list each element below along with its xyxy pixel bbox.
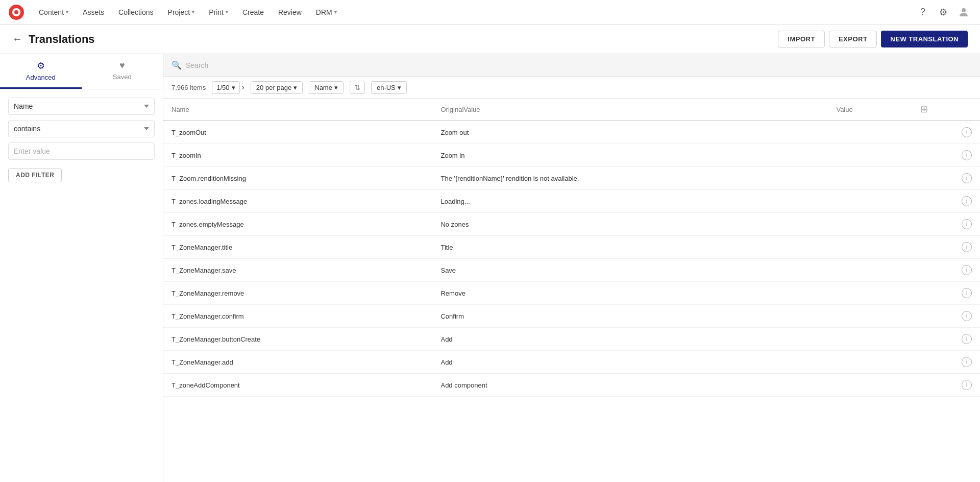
info-icon[interactable]: i: [962, 357, 972, 367]
search-input[interactable]: [186, 61, 972, 69]
sort-dropdown[interactable]: Name ▾: [309, 81, 344, 94]
filter-operator-select[interactable]: contains equals starts with ends with: [8, 120, 155, 137]
settings-icon-button[interactable]: ⚙: [935, 4, 951, 20]
table-row[interactable]: T_ZoneManager.save Save i: [163, 259, 980, 282]
search-icon: 🔍: [172, 60, 182, 70]
filter-value-input[interactable]: [8, 142, 155, 160]
locale-dropdown[interactable]: en-US ▾: [371, 81, 407, 94]
cell-name: T_ZoneManager.confirm: [163, 305, 432, 328]
nav-drm[interactable]: DRM ▾: [310, 4, 343, 20]
cell-name: T_ZoneManager.remove: [163, 282, 432, 305]
filter-field-row: Name OriginalValue Value: [8, 98, 155, 115]
content-area: 🔍 7,966 items 1/50 ▾ › 20 per page ▾ Nam…: [163, 54, 980, 482]
cell-info: i: [912, 374, 980, 397]
page-header-right: IMPORT EXPORT NEW TRANSLATION: [778, 31, 968, 47]
table-row[interactable]: T_Zoom.renditionMissing The '{renditionN…: [163, 167, 980, 190]
cell-value: [828, 190, 912, 213]
cell-original: No zones: [432, 213, 828, 236]
table-row[interactable]: T_zoomIn Zoom in i: [163, 144, 980, 167]
top-nav: Content ▾ Assets Collections Project ▾ P…: [0, 0, 980, 25]
tab-advanced-label: Advanced: [26, 74, 56, 81]
next-page-button[interactable]: ›: [242, 83, 244, 92]
tab-saved[interactable]: ♥ Saved: [82, 54, 163, 89]
cell-value: [828, 236, 912, 259]
import-button[interactable]: IMPORT: [778, 31, 825, 47]
info-icon[interactable]: i: [962, 173, 972, 183]
sidebar-content: Name OriginalValue Value contains equals…: [0, 89, 163, 190]
user-avatar[interactable]: [955, 4, 972, 20]
columns-icon[interactable]: ⊞: [920, 104, 928, 114]
cell-value: [828, 328, 912, 351]
tab-advanced[interactable]: ⚙ Advanced: [0, 54, 82, 89]
info-icon[interactable]: i: [962, 380, 972, 390]
nav-assets[interactable]: Assets: [77, 4, 110, 20]
info-icon[interactable]: i: [962, 334, 972, 344]
table-row[interactable]: T_ZoneManager.add Add i: [163, 351, 980, 374]
info-icon[interactable]: i: [962, 150, 972, 160]
cell-original: Add component: [432, 374, 828, 397]
heart-icon: ♥: [119, 60, 125, 71]
chevron-down-icon: ▾: [192, 9, 194, 15]
table-row[interactable]: T_ZoneManager.buttonCreate Add i: [163, 328, 980, 351]
cell-info: i: [912, 236, 980, 259]
info-icon[interactable]: i: [962, 265, 972, 275]
search-bar: 🔍: [163, 54, 980, 77]
sort-direction-button[interactable]: ⇅: [350, 81, 365, 94]
table-row[interactable]: T_ZoneManager.confirm Confirm i: [163, 305, 980, 328]
cell-value: [828, 167, 912, 190]
cell-value: [828, 259, 912, 282]
new-translation-button[interactable]: NEW TRANSLATION: [881, 31, 968, 47]
filter-icon: ⚙: [37, 60, 45, 71]
info-icon[interactable]: i: [962, 196, 972, 206]
nav-content[interactable]: Content ▾: [33, 4, 75, 20]
cell-name: T_ZoneManager.add: [163, 351, 432, 374]
info-icon[interactable]: i: [962, 311, 972, 321]
table-row[interactable]: T_ZoneManager.title Title i: [163, 236, 980, 259]
cell-value: [828, 351, 912, 374]
cell-original: Add: [432, 351, 828, 374]
table-row[interactable]: T_zoneAddComponent Add component i: [163, 374, 980, 397]
nav-review[interactable]: Review: [272, 4, 308, 20]
per-page-dropdown[interactable]: 20 per page ▾: [251, 81, 303, 94]
cell-name: T_zoomOut: [163, 120, 432, 144]
table-row[interactable]: T_ZoneManager.remove Remove i: [163, 282, 980, 305]
info-icon[interactable]: i: [962, 242, 972, 252]
page-header-left: ← Translations: [12, 33, 95, 46]
cell-original: Confirm: [432, 305, 828, 328]
nav-create[interactable]: Create: [236, 4, 270, 20]
export-button[interactable]: EXPORT: [829, 31, 877, 47]
cell-info: i: [912, 282, 980, 305]
svg-point-2: [14, 10, 18, 14]
pagination-control: 1/50 ▾ ›: [212, 81, 244, 94]
toolbar: 7,966 items 1/50 ▾ › 20 per page ▾ Name …: [163, 77, 980, 99]
cell-info: i: [912, 213, 980, 236]
cell-original: Title: [432, 236, 828, 259]
page-select-dropdown[interactable]: 1/50 ▾: [212, 81, 239, 94]
info-icon[interactable]: i: [962, 288, 972, 298]
chevron-down-icon: ▾: [293, 84, 297, 91]
info-icon[interactable]: i: [962, 127, 972, 137]
chevron-down-icon: ▾: [232, 84, 235, 91]
help-icon-button[interactable]: ?: [915, 4, 931, 20]
info-icon[interactable]: i: [962, 219, 972, 229]
app-logo[interactable]: [8, 4, 24, 20]
col-header-icon: ⊞: [912, 99, 980, 120]
cell-value: [828, 282, 912, 305]
col-header-value: Value: [828, 99, 912, 120]
filter-field-select[interactable]: Name OriginalValue Value: [8, 98, 155, 115]
cell-value: [828, 305, 912, 328]
page-header: ← Translations IMPORT EXPORT NEW TRANSLA…: [0, 25, 980, 54]
back-button[interactable]: ←: [12, 33, 22, 45]
cell-value: [828, 120, 912, 144]
table-row[interactable]: T_zones.emptyMessage No zones i: [163, 213, 980, 236]
nav-project[interactable]: Project ▾: [162, 4, 201, 20]
table-row[interactable]: T_zoomOut Zoom out i: [163, 120, 980, 144]
nav-print[interactable]: Print ▾: [203, 4, 234, 20]
cell-name: T_ZoneManager.buttonCreate: [163, 328, 432, 351]
nav-right: ? ⚙: [915, 4, 972, 20]
nav-collections[interactable]: Collections: [112, 4, 159, 20]
cell-original: Remove: [432, 282, 828, 305]
sidebar: ⚙ Advanced ♥ Saved Name OriginalValue Va…: [0, 54, 163, 482]
table-row[interactable]: T_zones.loadingMessage Loading... i: [163, 190, 980, 213]
add-filter-button[interactable]: ADD FILTER: [8, 168, 62, 182]
